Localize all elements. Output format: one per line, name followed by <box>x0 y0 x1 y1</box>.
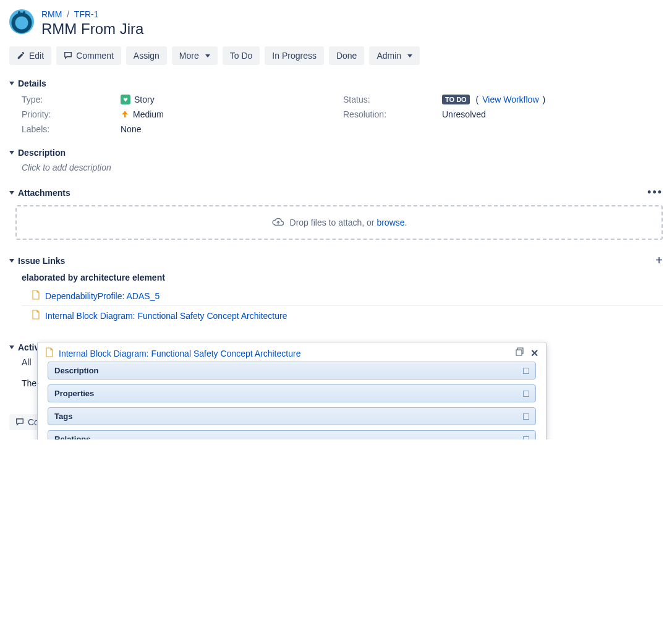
section-title-attachments: Attachments <box>18 188 70 198</box>
value-resolution: Unresolved <box>442 109 663 119</box>
status-badge: TO DO <box>442 95 470 104</box>
collapse-toggle-icon[interactable] <box>9 191 14 195</box>
restore-window-icon[interactable] <box>516 347 524 359</box>
add-link-icon[interactable]: + <box>655 253 663 268</box>
popup-title[interactable]: Internal Block Diagram: Functional Safet… <box>59 349 300 358</box>
chevron-down-icon <box>407 54 412 57</box>
toolbar: Edit Comment Assign More To Do In Progre… <box>9 46 663 65</box>
collapse-toggle-icon[interactable] <box>9 346 14 349</box>
label-type: Type: <box>22 95 121 104</box>
edit-label: Edit <box>29 51 44 61</box>
description-placeholder[interactable]: Click to add description <box>9 163 663 172</box>
admin-label: Admin <box>376 51 401 61</box>
speech-bubble-icon <box>15 418 24 426</box>
section-title-issue-links: Issue Links <box>18 256 65 266</box>
inprogress-button[interactable]: In Progress <box>265 46 324 65</box>
page-icon <box>32 310 40 321</box>
priority-medium-icon <box>121 110 129 119</box>
breadcrumb-separator: / <box>67 9 69 19</box>
panel-properties[interactable]: Properties <box>54 389 94 398</box>
panel-tags[interactable]: Tags <box>54 412 72 421</box>
link-item-label: Internal Block Diagram: Functional Safet… <box>45 311 287 321</box>
breadcrumb-issue[interactable]: TFR-1 <box>74 9 99 19</box>
page-icon <box>32 290 40 302</box>
panel-collapse-icon[interactable] <box>523 413 529 420</box>
todo-button[interactable]: To Do <box>223 46 260 65</box>
comment-button[interactable]: Comment <box>56 46 121 65</box>
value-priority: Medium <box>133 109 164 119</box>
collapse-toggle-icon[interactable] <box>9 82 14 85</box>
assign-button[interactable]: Assign <box>126 46 167 65</box>
panel-collapse-icon[interactable] <box>523 436 529 440</box>
section-title-details: Details <box>18 78 46 88</box>
panel-collapse-icon[interactable] <box>523 391 529 397</box>
attachment-dropzone[interactable]: Drop files to attach, or browse. <box>15 205 663 240</box>
svg-rect-1 <box>516 350 522 355</box>
story-icon <box>121 95 130 104</box>
more-label: More <box>179 51 199 61</box>
panel-relations[interactable]: Relations <box>54 435 91 439</box>
pencil-icon <box>17 51 25 60</box>
value-labels: None <box>121 124 343 134</box>
dropzone-text: Drop files to attach, or browse. <box>290 218 407 227</box>
preview-popup: Internal Block Diagram: Functional Safet… <box>37 342 547 439</box>
link-item[interactable]: DependabilityProfile: ADAS_5 <box>22 286 663 305</box>
admin-button[interactable]: Admin <box>369 46 420 65</box>
close-icon[interactable]: ✕ <box>530 347 538 359</box>
collapse-toggle-icon[interactable] <box>9 259 14 263</box>
section-title-description: Description <box>18 148 66 158</box>
done-button[interactable]: Done <box>329 46 364 65</box>
link-item-label: DependabilityProfile: ADAS_5 <box>45 291 159 301</box>
speech-bubble-icon <box>64 51 72 60</box>
view-workflow-link[interactable]: View Workflow <box>482 95 538 104</box>
breadcrumb-project[interactable]: RMM <box>41 9 62 19</box>
collapse-toggle-icon[interactable] <box>9 151 14 155</box>
tab-all[interactable]: All <box>22 357 32 367</box>
project-avatar <box>9 9 34 34</box>
links-subheading: elaborated by architecture element <box>22 273 663 282</box>
panel-description[interactable]: Description <box>54 366 99 375</box>
breadcrumb: RMM / TFR-1 <box>41 9 143 19</box>
attachments-more-icon[interactable]: ••• <box>647 186 663 199</box>
label-resolution: Resolution: <box>343 109 442 119</box>
link-item[interactable]: Internal Block Diagram: Functional Safet… <box>22 306 663 325</box>
label-labels: Labels: <box>22 124 121 134</box>
cloud-upload-icon <box>271 216 285 229</box>
edit-button[interactable]: Edit <box>9 46 51 65</box>
value-type: Story <box>134 95 155 104</box>
label-status: Status: <box>343 95 442 104</box>
label-priority: Priority: <box>22 109 121 119</box>
comment-label: Comment <box>76 51 114 61</box>
page-icon <box>45 347 54 359</box>
more-button[interactable]: More <box>172 46 218 65</box>
browse-link[interactable]: browse <box>376 218 404 227</box>
page-title: RMM From Jira <box>41 20 143 38</box>
chevron-down-icon <box>205 54 210 57</box>
panel-collapse-icon[interactable] <box>523 368 529 374</box>
